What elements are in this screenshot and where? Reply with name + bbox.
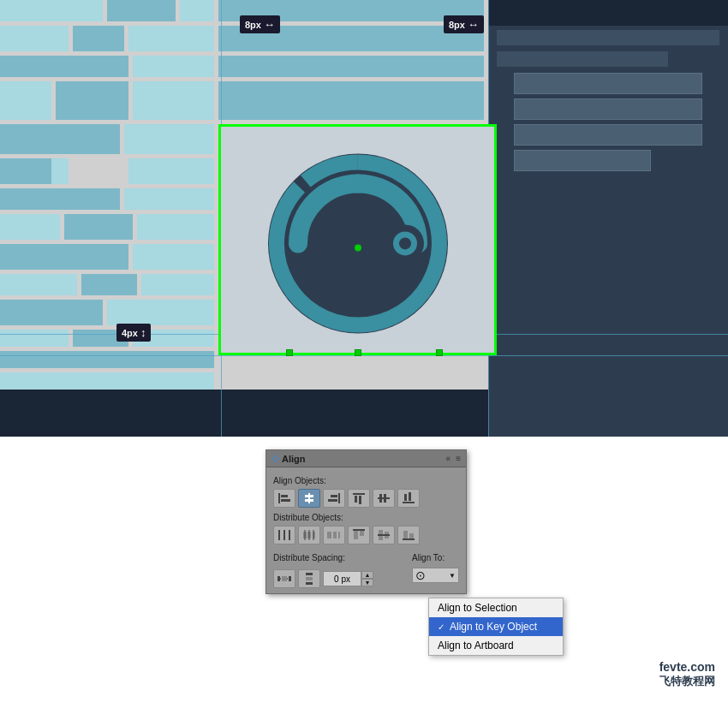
svg-point-4 xyxy=(355,244,361,251)
canvas-area: 8px ↔ 8px ↔ 4px ↕ xyxy=(0,0,728,437)
option-label: Align to Artboard xyxy=(438,640,514,651)
tile xyxy=(218,56,484,77)
spacing-v-button[interactable] xyxy=(298,569,320,588)
svg-rect-8 xyxy=(308,493,310,503)
align-bottom-button[interactable] xyxy=(397,489,420,508)
align-to-selection-option[interactable]: Align to Selection xyxy=(429,598,563,617)
align-center-h-button[interactable] xyxy=(298,489,320,508)
svg-rect-51 xyxy=(306,577,313,580)
spacing-value-input[interactable]: 0 px xyxy=(323,571,361,586)
tile xyxy=(124,188,214,210)
tile xyxy=(0,372,214,390)
nav-bar xyxy=(514,73,702,94)
measure-label-top-right: 8px ↔ xyxy=(444,15,484,33)
measure-label-top-left: 8px ↔ xyxy=(240,15,280,33)
svg-point-3 xyxy=(399,237,411,249)
svg-rect-45 xyxy=(289,576,291,581)
tile xyxy=(133,244,214,270)
svg-rect-49 xyxy=(306,573,313,575)
tile xyxy=(218,81,484,120)
icon-container xyxy=(218,124,497,355)
svg-rect-16 xyxy=(359,496,361,504)
svg-rect-9 xyxy=(305,495,313,497)
distribute-spacing-section: Distribute Spacing: 0 px ▲ ▼ xyxy=(273,550,373,588)
main-icon xyxy=(264,149,452,337)
tile xyxy=(124,124,214,154)
bottom-dark-bar xyxy=(0,390,497,437)
align-top-button[interactable] xyxy=(348,489,370,508)
align-to-section: Align To: ⊙ ▼ xyxy=(412,550,459,583)
guide-line-horizontal xyxy=(0,355,728,356)
tile xyxy=(0,81,51,120)
watermark-line1: fevte.com xyxy=(659,660,715,674)
measure-label-left: 4px ↕ xyxy=(116,324,151,342)
align-to-label: Align To: xyxy=(412,553,445,562)
nav-bar xyxy=(488,0,728,26)
dist-bottom-button[interactable] xyxy=(397,526,420,544)
nav-section xyxy=(488,0,728,437)
svg-rect-50 xyxy=(306,582,313,585)
svg-rect-33 xyxy=(333,532,337,538)
tile xyxy=(0,158,51,184)
svg-rect-10 xyxy=(305,499,313,502)
tile xyxy=(107,0,176,21)
tile xyxy=(64,214,133,240)
svg-rect-19 xyxy=(384,494,386,503)
panel-menu-button[interactable]: ≡ xyxy=(456,454,461,463)
stepper-down[interactable]: ▼ xyxy=(361,579,373,586)
align-to-artboard-option[interactable]: Align to Artboard xyxy=(429,636,563,655)
svg-rect-32 xyxy=(327,532,331,538)
svg-rect-21 xyxy=(404,494,407,501)
svg-rect-13 xyxy=(328,499,337,502)
dist-center-h-button[interactable] xyxy=(298,526,320,544)
tile xyxy=(0,56,128,77)
nav-bar xyxy=(514,124,702,146)
tile xyxy=(81,274,137,295)
dist-center-v-button[interactable] xyxy=(373,526,395,544)
checkmark-icon: ✓ xyxy=(438,622,445,632)
spacing-controls: 0 px ▲ ▼ xyxy=(273,569,373,588)
spacing-h-button[interactable] xyxy=(273,569,295,588)
tile xyxy=(0,300,103,325)
tile xyxy=(0,244,128,270)
align-left-button[interactable] xyxy=(273,489,295,508)
tile xyxy=(0,330,69,347)
align-center-v-button[interactable] xyxy=(373,489,395,508)
tile xyxy=(56,81,128,120)
option-label: Align to Key Object xyxy=(450,621,537,633)
stepper-up[interactable]: ▲ xyxy=(361,571,373,579)
tile xyxy=(0,274,77,295)
tile xyxy=(180,0,214,21)
tile xyxy=(137,214,214,240)
bottom-section: Distribute Spacing: 0 px ▲ ▼ xyxy=(273,550,459,588)
nav-bar xyxy=(497,51,668,67)
dist-right-button[interactable] xyxy=(323,526,345,544)
tile xyxy=(0,26,69,51)
tile xyxy=(107,300,214,325)
selection-handle xyxy=(286,349,293,356)
selection-handle xyxy=(436,349,443,356)
nav-bar xyxy=(514,150,651,171)
tile xyxy=(0,124,120,154)
selection-handle xyxy=(355,349,361,356)
svg-rect-12 xyxy=(331,495,337,497)
panel-title: ◇ Align xyxy=(272,453,306,464)
tile xyxy=(128,158,214,184)
dist-left-button[interactable] xyxy=(273,526,295,544)
dist-top-button[interactable] xyxy=(348,526,370,544)
nav-bar xyxy=(514,98,702,120)
align-to-key-object-option[interactable]: ✓ Align to Key Object xyxy=(429,617,563,636)
panel-titlebar: ◇ Align « ≡ xyxy=(266,450,466,467)
align-to-dropdown[interactable]: ⊙ ▼ xyxy=(412,568,459,583)
align-to-dropdown-menu: Align to Selection ✓ Align to Key Object… xyxy=(428,598,564,656)
panel-controls[interactable]: « ≡ xyxy=(446,454,461,463)
svg-rect-15 xyxy=(355,496,357,503)
tile xyxy=(0,214,60,240)
spacing-input-group: 0 px ▲ ▼ xyxy=(323,571,373,586)
svg-rect-6 xyxy=(281,495,288,497)
spacing-stepper[interactable]: ▲ ▼ xyxy=(361,571,373,586)
align-right-button[interactable] xyxy=(323,489,345,508)
svg-rect-34 xyxy=(338,532,340,538)
panel-minimize-button[interactable]: « xyxy=(446,454,451,463)
svg-rect-11 xyxy=(338,493,340,503)
